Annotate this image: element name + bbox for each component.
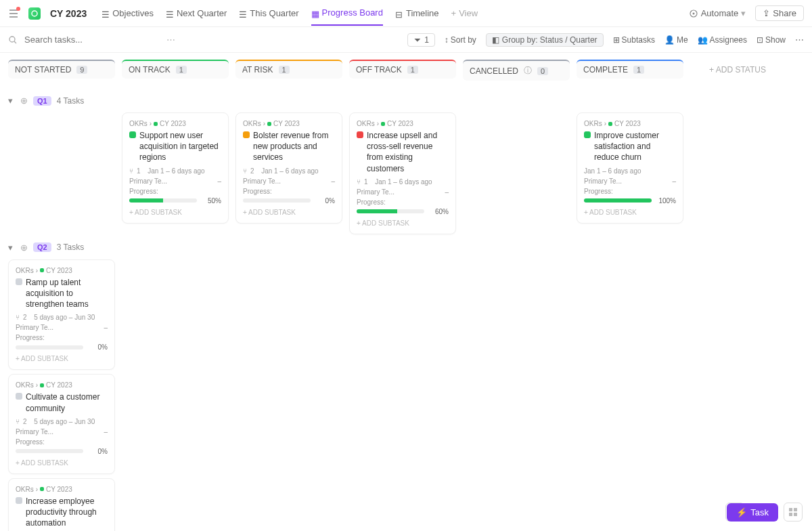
card-title: Bolster revenue from new products and se… xyxy=(243,130,335,163)
group-collapse-icon[interactable]: ▾ xyxy=(8,242,15,253)
primary-team-field: Primary Te...– xyxy=(16,324,108,331)
task-card[interactable]: OKRs › CY 2023 Bolster revenue from new … xyxy=(235,112,342,224)
subtask-icon: ⑂ xyxy=(129,167,133,175)
subtask-icon: ⑂ xyxy=(16,314,20,321)
subtask-count: ⑂ 2 5 days ago – Jun 30 xyxy=(16,418,108,425)
tabs: ☰Objectives ☰Next Quarter ☰This Quarter … xyxy=(102,1,478,26)
status-indicator-icon xyxy=(584,131,591,138)
card-breadcrumb: OKRs › CY 2023 xyxy=(357,120,449,127)
board-columns: NOT STARTED9 ON TRACK1 AT RISK1 OFF TRAC… xyxy=(0,53,812,87)
progress-percent: 50% xyxy=(201,197,221,205)
new-task-fab[interactable]: ⚡ Task xyxy=(727,503,778,522)
card-title: Increase employee productivity through a… xyxy=(16,496,108,529)
automate-icon xyxy=(689,9,698,18)
task-card[interactable]: OKRs › CY 2023 Ramp up talent acquisitio… xyxy=(8,259,115,370)
add-view-button[interactable]: + View xyxy=(451,1,478,26)
subtask-count: ⑂ 2 5 days ago – Jun 30 xyxy=(16,314,108,321)
group-badge: Q1 xyxy=(33,96,51,106)
progress-percent: 0% xyxy=(87,343,108,351)
share-button[interactable]: ⇪ Share xyxy=(755,5,804,21)
primary-team-field: Primary Te...– xyxy=(16,428,108,436)
add-subtask-button[interactable]: + ADD SUBTASK xyxy=(243,209,335,216)
progress-field: Progress: xyxy=(129,188,221,195)
col-at-risk[interactable]: AT RISK1 xyxy=(235,60,342,79)
status-indicator-icon xyxy=(16,278,22,285)
progress-bar xyxy=(129,198,197,203)
group-by-pill[interactable]: ◧ Group by: Status / Quarter xyxy=(486,33,604,47)
sort-by-button[interactable]: ↕ Sort by xyxy=(445,35,476,45)
progress-bar xyxy=(16,345,83,349)
automate-button[interactable]: Automate ▾ xyxy=(689,8,746,18)
tab-progress-board[interactable]: ▦Progress Board xyxy=(311,1,383,26)
group-badge: Q2 xyxy=(33,242,51,252)
project-icon xyxy=(28,7,41,20)
show-button[interactable]: ⊡ Show xyxy=(757,35,786,45)
col-cancelled[interactable]: CANCELLEDⓘ0 xyxy=(463,60,570,81)
add-subtask-button[interactable]: + ADD SUBTASK xyxy=(584,209,676,216)
primary-team-field: Primary Te...– xyxy=(129,177,221,185)
col-not-started[interactable]: NOT STARTED9 xyxy=(8,60,115,79)
task-card[interactable]: OKRs › CY 2023 Support new user acquisit… xyxy=(122,112,229,224)
card-breadcrumb: OKRs › CY 2023 xyxy=(129,120,221,127)
tab-this-quarter[interactable]: ☰This Quarter xyxy=(239,1,298,26)
card-title: Cultivate a customer community xyxy=(16,391,108,413)
chevron-down-icon: ▾ xyxy=(741,8,746,18)
subtask-icon: ⑂ xyxy=(357,178,361,186)
progress-percent: 60% xyxy=(428,208,449,215)
share-icon: ⇪ xyxy=(763,8,770,18)
list-icon: ☰ xyxy=(102,9,110,18)
subtasks-button[interactable]: ⊞ Subtasks xyxy=(613,35,655,45)
task-card[interactable]: OKRs › CY 2023 Increase employee product… xyxy=(8,478,115,531)
date-range: Jan 1 – 6 days ago xyxy=(584,167,676,175)
card-breadcrumb: OKRs › CY 2023 xyxy=(584,120,676,127)
col-on-track[interactable]: ON TRACK1 xyxy=(122,60,229,79)
col-complete[interactable]: COMPLETE1 xyxy=(577,60,683,79)
search-input[interactable] xyxy=(24,35,160,45)
info-icon[interactable]: ⓘ xyxy=(524,65,532,77)
add-subtask-button[interactable]: + ADD SUBTASK xyxy=(16,459,108,467)
list-icon: ☰ xyxy=(239,9,247,18)
progress-bar xyxy=(16,449,83,453)
menu-icon[interactable] xyxy=(8,8,19,19)
groups-container: ▾ ⊕ Q1 4 Tasks OKRs › CY 2023 Support ne… xyxy=(0,87,812,531)
board-icon: ▦ xyxy=(311,9,319,17)
apps-button[interactable] xyxy=(784,503,803,522)
svg-point-3 xyxy=(9,37,15,42)
filter-icon: ⏷ xyxy=(413,35,422,45)
timeline-icon: ⊟ xyxy=(395,9,403,18)
group-expand-icon[interactable]: ⊕ xyxy=(20,242,28,253)
card-breadcrumb: OKRs › CY 2023 xyxy=(16,267,108,274)
progress-field: Progress: xyxy=(243,188,335,195)
group-collapse-icon[interactable]: ▾ xyxy=(8,95,15,106)
add-status-button[interactable]: + ADD STATUS xyxy=(690,60,785,81)
group-count: 3 Tasks xyxy=(57,242,84,252)
filter-pill[interactable]: ⏷ 1 xyxy=(407,33,435,47)
tab-next-quarter[interactable]: ☰Next Quarter xyxy=(166,1,227,26)
task-card[interactable]: OKRs › CY 2023 Improve customer satisfac… xyxy=(577,112,683,224)
group-expand-icon[interactable]: ⊕ xyxy=(20,95,28,106)
progress-field: Progress: xyxy=(357,198,449,206)
tab-timeline[interactable]: ⊟Timeline xyxy=(395,1,439,26)
task-card[interactable]: OKRs › CY 2023 Cultivate a customer comm… xyxy=(8,374,115,473)
card-title: Improve customer satisfaction and reduce… xyxy=(584,130,676,163)
searchbar: ⋯ ⏷ 1 ↕ Sort by ◧ Group by: Status / Qua… xyxy=(0,27,812,53)
progress-bar xyxy=(584,198,652,203)
more-icon[interactable]: ⋯ xyxy=(795,35,804,45)
assignees-button[interactable]: 👥 Assignees xyxy=(698,35,747,45)
search-options-icon[interactable]: ⋯ xyxy=(166,35,175,45)
task-card[interactable]: OKRs › CY 2023 Increase upsell and cross… xyxy=(349,112,456,234)
subtask-count: ⑂ 2 Jan 1 – 6 days ago xyxy=(243,167,335,175)
tab-objectives[interactable]: ☰Objectives xyxy=(102,1,154,26)
add-subtask-button[interactable]: + ADD SUBTASK xyxy=(16,355,108,362)
group-count: 4 Tasks xyxy=(57,96,84,106)
add-subtask-button[interactable]: + ADD SUBTASK xyxy=(129,209,221,216)
add-subtask-button[interactable]: + ADD SUBTASK xyxy=(357,219,449,227)
subtask-icon: ⑂ xyxy=(16,418,20,425)
primary-team-field: Primary Te...– xyxy=(243,177,335,185)
me-button[interactable]: 👤 Me xyxy=(664,35,688,45)
primary-team-field: Primary Te...– xyxy=(584,177,676,185)
search-icon xyxy=(8,35,18,45)
group-icon: ◧ xyxy=(492,35,499,45)
subtask-count: ⑂ 1 Jan 1 – 6 days ago xyxy=(357,178,449,186)
col-off-track[interactable]: OFF TRACK1 xyxy=(349,60,456,79)
